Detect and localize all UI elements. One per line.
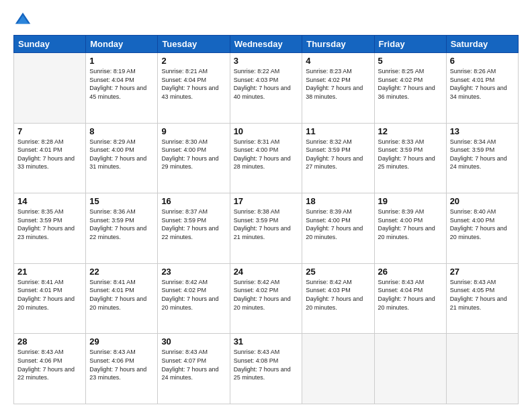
day-number: 5 — [378, 56, 443, 66]
day-number: 7 — [17, 126, 82, 136]
day-number: 23 — [161, 267, 226, 277]
day-info: Sunrise: 8:36 AMSunset: 3:59 PMDaylight:… — [89, 208, 154, 241]
day-number: 29 — [89, 336, 154, 347]
calendar-header-row: SundayMondayTuesdayWednesdayThursdayFrid… — [14, 36, 519, 53]
calendar-cell: 9Sunrise: 8:30 AMSunset: 4:00 PMDaylight… — [158, 123, 230, 193]
calendar-cell: 22Sunrise: 8:41 AMSunset: 4:01 PMDayligh… — [86, 263, 158, 334]
day-info: Sunrise: 8:43 AMSunset: 4:06 PMDaylight:… — [17, 348, 82, 381]
calendar-cell: 15Sunrise: 8:36 AMSunset: 3:59 PMDayligh… — [86, 193, 158, 264]
calendar-cell: 20Sunrise: 8:40 AMSunset: 4:00 PMDayligh… — [446, 193, 518, 264]
day-number: 1 — [89, 56, 154, 66]
day-info: Sunrise: 8:42 AMSunset: 4:03 PMDaylight:… — [306, 278, 370, 312]
day-info: Sunrise: 8:25 AMSunset: 4:02 PMDaylight:… — [378, 67, 443, 101]
day-number: 24 — [234, 267, 299, 277]
day-number: 9 — [161, 126, 226, 136]
calendar-cell: 23Sunrise: 8:42 AMSunset: 4:02 PMDayligh… — [158, 263, 230, 334]
day-info: Sunrise: 8:32 AMSunset: 3:59 PMDaylight:… — [306, 138, 370, 171]
calendar-cell: 6Sunrise: 8:26 AMSunset: 4:01 PMDaylight… — [446, 53, 518, 124]
day-info: Sunrise: 8:29 AMSunset: 4:00 PMDaylight:… — [89, 138, 154, 171]
day-info: Sunrise: 8:42 AMSunset: 4:02 PMDaylight:… — [161, 278, 226, 312]
day-number: 15 — [89, 196, 154, 206]
day-info: Sunrise: 8:31 AMSunset: 4:00 PMDaylight:… — [234, 138, 299, 171]
col-header-sunday: Sunday — [14, 36, 86, 53]
calendar-cell: 29Sunrise: 8:43 AMSunset: 4:06 PMDayligh… — [86, 334, 158, 404]
day-number: 2 — [161, 56, 226, 66]
day-number: 26 — [378, 267, 443, 277]
calendar-cell: 17Sunrise: 8:38 AMSunset: 3:59 PMDayligh… — [230, 193, 302, 264]
day-info: Sunrise: 8:33 AMSunset: 3:59 PMDaylight:… — [378, 138, 443, 171]
calendar-cell: 10Sunrise: 8:31 AMSunset: 4:00 PMDayligh… — [230, 123, 302, 193]
day-number: 17 — [234, 196, 299, 206]
day-info: Sunrise: 8:38 AMSunset: 3:59 PMDaylight:… — [234, 208, 299, 241]
calendar-week-1: 1Sunrise: 8:19 AMSunset: 4:04 PMDaylight… — [14, 53, 519, 124]
day-number: 14 — [17, 196, 82, 206]
day-info: Sunrise: 8:41 AMSunset: 4:01 PMDaylight:… — [17, 278, 82, 312]
calendar-cell: 30Sunrise: 8:43 AMSunset: 4:07 PMDayligh… — [158, 334, 230, 404]
calendar-cell: 19Sunrise: 8:39 AMSunset: 4:00 PMDayligh… — [374, 193, 446, 264]
calendar-week-4: 21Sunrise: 8:41 AMSunset: 4:01 PMDayligh… — [14, 263, 519, 334]
calendar-cell: 5Sunrise: 8:25 AMSunset: 4:02 PMDaylight… — [374, 53, 446, 124]
day-number: 18 — [306, 196, 370, 206]
day-info: Sunrise: 8:30 AMSunset: 4:00 PMDaylight:… — [161, 138, 226, 171]
day-number: 22 — [89, 267, 154, 277]
day-info: Sunrise: 8:43 AMSunset: 4:07 PMDaylight:… — [161, 348, 226, 381]
calendar-cell: 7Sunrise: 8:28 AMSunset: 4:01 PMDaylight… — [14, 123, 86, 193]
day-info: Sunrise: 8:43 AMSunset: 4:06 PMDaylight:… — [89, 348, 154, 381]
day-info: Sunrise: 8:23 AMSunset: 4:02 PMDaylight:… — [306, 67, 370, 101]
col-header-thursday: Thursday — [302, 36, 374, 53]
calendar-cell — [446, 334, 518, 404]
day-info: Sunrise: 8:37 AMSunset: 3:59 PMDaylight:… — [161, 208, 226, 241]
day-number: 27 — [450, 267, 515, 277]
day-info: Sunrise: 8:19 AMSunset: 4:04 PMDaylight:… — [89, 67, 154, 101]
day-info: Sunrise: 8:21 AMSunset: 4:04 PMDaylight:… — [161, 67, 226, 101]
day-number: 11 — [306, 126, 370, 136]
day-number: 19 — [378, 196, 443, 206]
calendar-table: SundayMondayTuesdayWednesdayThursdayFrid… — [13, 35, 519, 404]
calendar-cell: 3Sunrise: 8:22 AMSunset: 4:03 PMDaylight… — [230, 53, 302, 124]
calendar-cell: 27Sunrise: 8:43 AMSunset: 4:05 PMDayligh… — [446, 263, 518, 334]
col-header-tuesday: Tuesday — [158, 36, 230, 53]
calendar-cell — [302, 334, 374, 404]
calendar-cell: 21Sunrise: 8:41 AMSunset: 4:01 PMDayligh… — [14, 263, 86, 334]
page: SundayMondayTuesdayWednesdayThursdayFrid… — [0, 0, 532, 411]
calendar-cell: 1Sunrise: 8:19 AMSunset: 4:04 PMDaylight… — [86, 53, 158, 124]
calendar-week-5: 28Sunrise: 8:43 AMSunset: 4:06 PMDayligh… — [14, 334, 519, 404]
day-info: Sunrise: 8:22 AMSunset: 4:03 PMDaylight:… — [234, 67, 299, 101]
day-number: 16 — [161, 196, 226, 206]
day-info: Sunrise: 8:43 AMSunset: 4:04 PMDaylight:… — [378, 278, 443, 312]
calendar-cell: 2Sunrise: 8:21 AMSunset: 4:04 PMDaylight… — [158, 53, 230, 124]
calendar-cell: 26Sunrise: 8:43 AMSunset: 4:04 PMDayligh… — [374, 263, 446, 334]
day-number: 28 — [17, 336, 82, 347]
day-info: Sunrise: 8:34 AMSunset: 3:59 PMDaylight:… — [450, 138, 515, 171]
calendar-cell: 31Sunrise: 8:43 AMSunset: 4:08 PMDayligh… — [230, 334, 302, 404]
day-number: 10 — [234, 126, 299, 136]
day-number: 20 — [450, 196, 515, 206]
calendar-cell: 11Sunrise: 8:32 AMSunset: 3:59 PMDayligh… — [302, 123, 374, 193]
day-info: Sunrise: 8:39 AMSunset: 4:00 PMDaylight:… — [378, 208, 443, 241]
day-number: 3 — [234, 56, 299, 66]
header — [13, 11, 519, 30]
col-header-saturday: Saturday — [446, 36, 518, 53]
day-number: 6 — [450, 56, 515, 66]
day-info: Sunrise: 8:43 AMSunset: 4:05 PMDaylight:… — [450, 278, 515, 312]
calendar-cell: 4Sunrise: 8:23 AMSunset: 4:02 PMDaylight… — [302, 53, 374, 124]
day-number: 13 — [450, 126, 515, 136]
day-number: 30 — [161, 336, 226, 347]
day-info: Sunrise: 8:28 AMSunset: 4:01 PMDaylight:… — [17, 138, 82, 171]
day-number: 8 — [89, 126, 154, 136]
calendar-cell: 13Sunrise: 8:34 AMSunset: 3:59 PMDayligh… — [446, 123, 518, 193]
day-info: Sunrise: 8:43 AMSunset: 4:08 PMDaylight:… — [234, 348, 299, 381]
col-header-wednesday: Wednesday — [230, 36, 302, 53]
day-number: 31 — [234, 336, 299, 347]
calendar-cell: 18Sunrise: 8:39 AMSunset: 4:00 PMDayligh… — [302, 193, 374, 264]
day-number: 4 — [306, 56, 370, 66]
calendar-cell: 24Sunrise: 8:42 AMSunset: 4:02 PMDayligh… — [230, 263, 302, 334]
day-number: 25 — [306, 267, 370, 277]
calendar-week-3: 14Sunrise: 8:35 AMSunset: 3:59 PMDayligh… — [14, 193, 519, 264]
calendar-cell: 14Sunrise: 8:35 AMSunset: 3:59 PMDayligh… — [14, 193, 86, 264]
calendar-cell — [374, 334, 446, 404]
day-number: 21 — [17, 267, 82, 277]
day-info: Sunrise: 8:35 AMSunset: 3:59 PMDaylight:… — [17, 208, 82, 241]
calendar-cell — [14, 53, 86, 124]
calendar-week-2: 7Sunrise: 8:28 AMSunset: 4:01 PMDaylight… — [14, 123, 519, 193]
